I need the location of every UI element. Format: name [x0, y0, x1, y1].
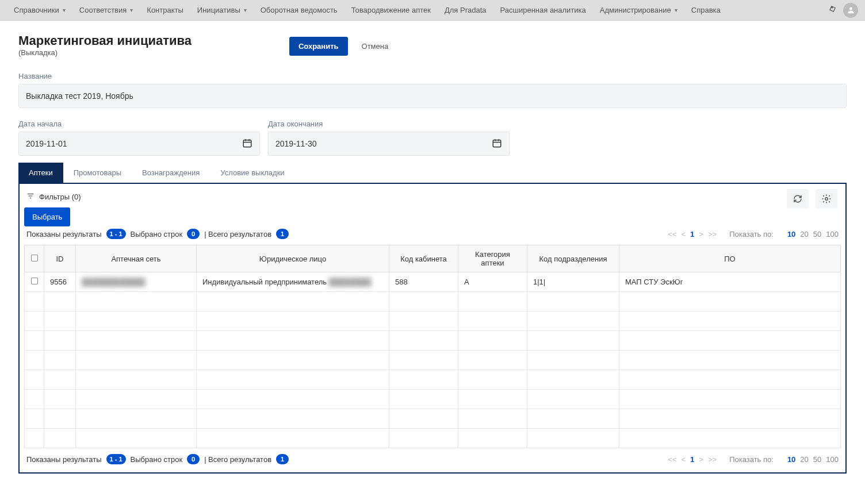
table-header-row: ID Аптечная сеть Юридическое лицо Код ка… [25, 245, 841, 272]
nav-label: Соответствия [79, 6, 127, 14]
name-input[interactable]: Выкладка тест 2019, Ноябрь [18, 84, 847, 108]
page-size-10[interactable]: 10 [787, 230, 795, 238]
header-dept[interactable]: Код подразделения [527, 245, 619, 272]
pager-first-icon[interactable]: << [668, 230, 676, 238]
start-date-value: 2019-11-01 [26, 139, 67, 148]
calendar-icon [492, 138, 502, 150]
calendar-icon [242, 138, 252, 150]
cell-category: А [458, 272, 527, 292]
total-badge: 1 [276, 229, 289, 239]
nav-turnover[interactable]: Оборотная ведомость [254, 0, 345, 21]
nav-label: Администрирование [600, 6, 671, 14]
cell-dept: 1|1| [527, 272, 619, 292]
table-row-empty [25, 351, 841, 370]
tab-pharmacies[interactable]: Аптеки [18, 163, 63, 183]
gear-icon[interactable] [816, 189, 837, 209]
selected-label-bottom: Выбрано строк [131, 455, 183, 464]
table-row-empty [25, 292, 841, 311]
nav-label: Справочники [14, 6, 59, 14]
pager-first-icon[interactable]: << [668, 455, 676, 464]
table-row-empty [25, 429, 841, 448]
chevron-down-icon: ▾ [130, 7, 133, 13]
nav-label: Товародвижение аптек [351, 6, 431, 14]
total-label: | Всего результатов [204, 230, 271, 238]
pager-current[interactable]: 1 [690, 230, 694, 238]
selected-badge-bottom: 0 [187, 454, 200, 464]
pager-next-icon[interactable]: > [699, 455, 703, 464]
page-size-20[interactable]: 20 [800, 230, 808, 238]
page-size-100[interactable]: 100 [826, 455, 839, 464]
tabs: Аптеки Промотовары Вознаграждения Услови… [18, 163, 847, 183]
table-row[interactable]: 9556 ████████████ Индивидуальный предпри… [25, 272, 841, 292]
tab-condition[interactable]: Условие выкладки [210, 163, 294, 183]
row-checkbox[interactable] [25, 272, 44, 292]
nav-label: Инициативы [197, 6, 240, 14]
svg-rect-6 [493, 140, 501, 147]
chevron-down-icon: ▾ [675, 7, 678, 13]
start-date-input[interactable]: 2019-11-01 [18, 132, 260, 156]
header-legal[interactable]: Юридическое лицо [197, 245, 389, 272]
page-size-50[interactable]: 50 [813, 230, 821, 238]
pager-current-bottom[interactable]: 1 [690, 455, 694, 464]
page-size-20[interactable]: 20 [800, 455, 808, 464]
name-label: Название [18, 72, 847, 80]
pager-last-icon[interactable]: >> [708, 230, 717, 238]
save-button[interactable]: Сохранить [289, 37, 348, 56]
svg-point-10 [825, 198, 828, 201]
tab-promo[interactable]: Промотовары [63, 163, 132, 183]
table-row-empty [25, 311, 841, 331]
header-po[interactable]: ПО [619, 245, 841, 272]
nav-matches[interactable]: Соответствия ▾ [72, 0, 140, 21]
tag-icon[interactable] [827, 3, 839, 16]
nav-initiatives[interactable]: Инициативы ▾ [190, 0, 254, 21]
chevron-down-icon: ▾ [63, 7, 66, 13]
pager-prev-icon[interactable]: < [682, 455, 686, 464]
cell-id: 9556 [44, 272, 76, 292]
nav-label: Справка [691, 6, 721, 14]
nav-help[interactable]: Справка [684, 0, 728, 21]
nav-analytics[interactable]: Расширенная аналитика [493, 0, 593, 21]
refresh-icon[interactable] [787, 189, 809, 209]
header-id[interactable]: ID [44, 245, 76, 272]
select-button[interactable]: Выбрать [24, 207, 70, 226]
pager-prev-icon[interactable]: < [682, 230, 686, 238]
filter-icon[interactable] [26, 192, 35, 202]
nav-label: Расширенная аналитика [500, 6, 586, 14]
cell-legal: Индивидуальный предприниматель ████████ [197, 272, 389, 292]
cancel-button[interactable]: Отмена [353, 37, 398, 56]
nav-pradata[interactable]: Для Pradata [438, 0, 493, 21]
cell-code: 588 [389, 272, 458, 292]
end-date-value: 2019-11-30 [275, 139, 317, 148]
tab-rewards[interactable]: Вознаграждения [132, 163, 210, 183]
chevron-down-icon: ▾ [244, 7, 247, 13]
nav-label: Контракты [147, 6, 183, 14]
nav-contracts[interactable]: Контракты [140, 0, 190, 21]
header-network[interactable]: Аптечная сеть [76, 245, 197, 272]
results-badge-bottom: 1 - 1 [106, 454, 126, 464]
cell-po: МАП СТУ ЭскЮг [619, 272, 841, 292]
table-row-empty [25, 390, 841, 409]
nav-references[interactable]: Справочники ▾ [7, 0, 72, 21]
end-date-label: Дата окончания [268, 120, 510, 128]
results-badge: 1 - 1 [106, 229, 126, 239]
end-date-input[interactable]: 2019-11-30 [268, 132, 510, 156]
header-code[interactable]: Код кабинета [389, 245, 458, 272]
nav-goods[interactable]: Товародвижение аптек [345, 0, 438, 21]
selected-label: Выбрано строк [131, 230, 183, 238]
page-title: Маркетинговая инициатива [18, 33, 192, 48]
header-category[interactable]: Категория аптеки [458, 245, 527, 272]
nav-admin[interactable]: Администрирование ▾ [593, 0, 684, 21]
table-row-empty [25, 370, 841, 390]
cell-network: ████████████ [76, 272, 197, 292]
user-avatar-icon[interactable] [843, 3, 858, 18]
page-size-100[interactable]: 100 [826, 230, 839, 238]
pager-next-icon[interactable]: > [699, 230, 703, 238]
page-size-10[interactable]: 10 [787, 455, 795, 464]
pharmacy-table: ID Аптечная сеть Юридическое лицо Код ка… [24, 245, 841, 448]
header-checkbox[interactable] [25, 245, 44, 272]
filters-label[interactable]: Фильтры (0) [39, 193, 81, 201]
page-title-block: Маркетинговая инициатива (Выкладка) [18, 33, 192, 57]
nav-label: Оборотная ведомость [261, 6, 338, 14]
page-size-50[interactable]: 50 [813, 455, 821, 464]
pager-last-icon[interactable]: >> [708, 455, 717, 464]
